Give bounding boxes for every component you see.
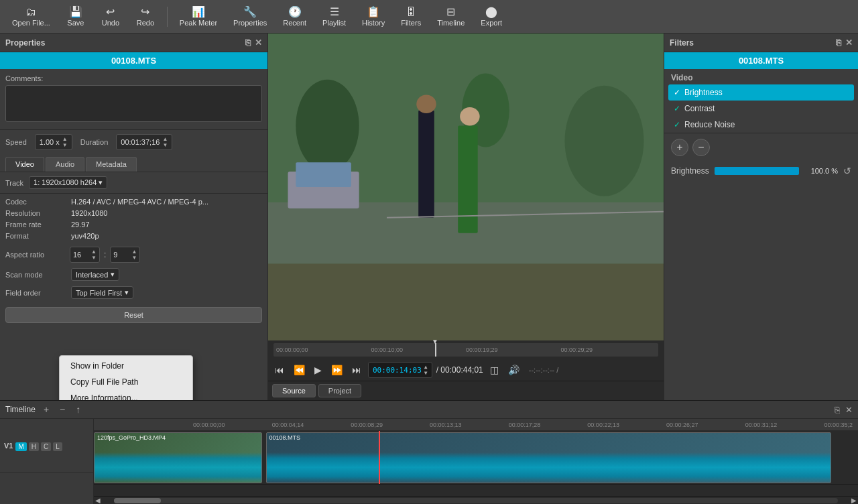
- aspect-row: Aspect ratio 16 ▲▼ : 9 ▲▼: [0, 244, 267, 265]
- scrollbar-track[interactable]: [114, 498, 838, 503]
- project-button[interactable]: Project: [318, 384, 361, 397]
- current-time: 00:00:14;03: [373, 366, 422, 375]
- toolbar-undo[interactable]: ↩ Undo: [95, 4, 127, 29]
- comments-label: Comments:: [5, 74, 262, 82]
- context-copy-path[interactable]: Copy Full File Path: [60, 374, 192, 390]
- track-badge-h[interactable]: H: [29, 442, 39, 451]
- toolbar-history[interactable]: 📋 History: [355, 4, 391, 29]
- panel-close-icon[interactable]: ✕: [255, 38, 262, 48]
- tab-metadata[interactable]: Metadata: [86, 157, 137, 172]
- filter-remove-button[interactable]: −: [692, 139, 710, 156]
- play-button[interactable]: ▶: [312, 363, 324, 377]
- field-order-row: Field order Top Field First ▾: [0, 284, 267, 302]
- toolbar-redo[interactable]: ↪ Redo: [129, 4, 162, 29]
- timeline-icon: ⊟: [446, 7, 455, 17]
- toolbar-export[interactable]: ⬤ Export: [474, 4, 509, 29]
- export-icon: ⬤: [485, 7, 497, 17]
- skip-to-start-button[interactable]: ⏮: [272, 363, 287, 377]
- time-spinner[interactable]: ▲▼: [424, 364, 428, 376]
- filters-section-label: Video: [664, 69, 858, 84]
- field-order-label: Field order: [5, 289, 66, 297]
- timeline-add-track[interactable]: +: [41, 403, 52, 416]
- filter-item-brightness[interactable]: ✓ Brightness: [668, 84, 854, 101]
- filter-check-brightness: ✓: [674, 88, 680, 97]
- brightness-reset-button[interactable]: ↺: [843, 166, 851, 176]
- panel-header-icons: ⎘ ✕: [245, 38, 262, 48]
- aspect-w-input[interactable]: 16 ▲▼: [70, 247, 100, 263]
- filters-close-icon[interactable]: ✕: [845, 38, 853, 48]
- filter-item-reduce-noise[interactable]: ✓ Reduce Noise: [668, 117, 854, 133]
- codec-label: Codec: [5, 198, 66, 206]
- aspect-h-spinner[interactable]: ▲▼: [131, 249, 137, 261]
- tab-audio[interactable]: Audio: [46, 157, 84, 172]
- toolbar-playlist[interactable]: ☰ Playlist: [316, 4, 353, 29]
- resolution-label: Resolution: [5, 209, 66, 217]
- timeline-remove-track[interactable]: −: [57, 403, 68, 416]
- toolbar-filters[interactable]: 🎛 Filters: [394, 4, 428, 29]
- redo-icon: ↪: [141, 7, 149, 17]
- filter-add-button[interactable]: +: [671, 139, 688, 156]
- volume-button[interactable]: 🔊: [505, 363, 522, 377]
- step-forward-button[interactable]: ⏩: [328, 363, 345, 377]
- prop-resolution: Resolution 1920x1080: [5, 209, 262, 217]
- brightness-row: Brightness 100.0 % ↺: [664, 162, 858, 180]
- toolbar-peak-meter[interactable]: 📊 Peak Meter: [173, 4, 224, 29]
- timeline-close-icon[interactable]: ✕: [845, 405, 853, 415]
- filter-item-contrast[interactable]: ✓ Contrast: [668, 101, 854, 117]
- playhead: [435, 343, 436, 357]
- resolution-value: 1920x1080: [71, 209, 107, 217]
- toolbar-redo-label: Redo: [137, 19, 154, 27]
- duration-spinner[interactable]: ▲▼: [162, 136, 168, 148]
- toolbar-open-label: Open File...: [12, 19, 50, 27]
- timeline-playhead: [379, 431, 380, 484]
- context-more-info[interactable]: More Information...: [60, 390, 192, 400]
- filter-label-contrast: Contrast: [684, 104, 715, 113]
- framerate-value: 29.97: [71, 220, 90, 229]
- timeline-lift[interactable]: ↑: [73, 403, 83, 416]
- toolbar-properties[interactable]: 🔧 Properties: [227, 4, 273, 29]
- source-button[interactable]: Source: [272, 384, 316, 397]
- scrubber-marks: 00:00:00;00 00:00:10;00 00:00:19;29 00:0…: [273, 346, 658, 353]
- step-back-button[interactable]: ⏪: [291, 363, 308, 377]
- scroll-right-arrow[interactable]: ▶: [851, 497, 857, 504]
- aspect-w-spinner[interactable]: ▲▼: [91, 249, 97, 261]
- clip-1[interactable]: 120fps_GoPro_HD3.MP4: [94, 432, 262, 483]
- format-label: Format: [5, 232, 66, 240]
- reset-button[interactable]: Reset: [5, 307, 262, 323]
- panel-undock-icon[interactable]: ⎘: [245, 38, 251, 48]
- comments-textarea[interactable]: [5, 85, 262, 122]
- toolbar-undo-label: Undo: [102, 19, 119, 27]
- track-select[interactable]: 1: 1920x1080 h264 ▾: [29, 176, 107, 189]
- scroll-left-arrow[interactable]: ◀: [95, 497, 101, 504]
- speed-spinner[interactable]: ▲▼: [62, 136, 68, 148]
- context-menu: Show in Folder Copy Full File Path More …: [59, 355, 193, 400]
- toolbar-timeline-label: Timeline: [437, 19, 465, 27]
- brightness-slider[interactable]: [715, 167, 799, 175]
- in-point-button[interactable]: ◫: [487, 363, 501, 377]
- aspect-h-input[interactable]: 9 ▲▼: [110, 247, 140, 263]
- tab-video[interactable]: Video: [5, 157, 44, 172]
- skip-to-end-button[interactable]: ⏭: [349, 363, 364, 377]
- video-preview: [268, 34, 664, 340]
- scrubber-bar[interactable]: 00:00:00;00 00:00:10;00 00:00:19;29 00:0…: [273, 343, 658, 357]
- properties-title: Properties: [5, 38, 45, 48]
- filters-undock-icon[interactable]: ⎘: [836, 38, 841, 48]
- scrollbar-thumb[interactable]: [114, 498, 161, 503]
- track-badge-m[interactable]: M: [15, 442, 26, 451]
- timeline-undock-icon[interactable]: ⎘: [835, 405, 840, 415]
- properties-panel: Properties ⎘ ✕ 00108.MTS Comments: Speed…: [0, 34, 268, 400]
- toolbar-separator-1: [167, 7, 168, 27]
- context-show-folder[interactable]: Show in Folder: [60, 358, 192, 374]
- field-order-select[interactable]: Top Field First ▾: [71, 286, 133, 299]
- toolbar-open[interactable]: 🗂 Open File...: [5, 4, 57, 29]
- scan-mode-select[interactable]: Interlaced ▾: [71, 268, 119, 281]
- toolbar-recent[interactable]: 🕐 Recent: [276, 4, 313, 29]
- track-badge-c[interactable]: C: [41, 442, 51, 451]
- track-content[interactable]: 120fps_GoPro_HD3.MP4 00108.MTS: [94, 431, 858, 496]
- toolbar-timeline[interactable]: ⊟ Timeline: [430, 4, 471, 29]
- track-badge-l[interactable]: L: [53, 442, 62, 451]
- toolbar-filters-label: Filters: [401, 19, 421, 27]
- clip-2[interactable]: 00108.MTS: [266, 432, 832, 483]
- toolbar-peak-meter-label: Peak Meter: [180, 19, 217, 27]
- toolbar-save[interactable]: 💾 Save: [60, 4, 92, 29]
